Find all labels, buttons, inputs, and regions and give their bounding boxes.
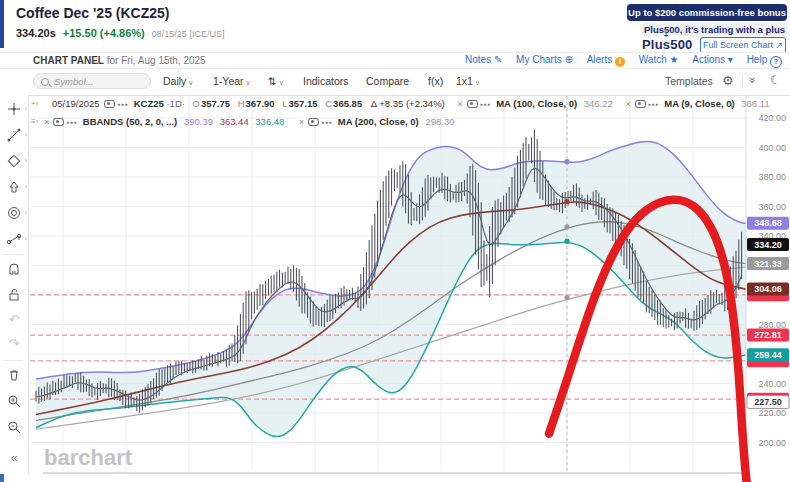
options-icon[interactable]: ●●●	[117, 101, 128, 107]
actions-menu[interactable]: Actions ▾	[692, 54, 733, 65]
chart-toolbar: Symbol... Daily∨ 1-Year∨ ⇅∨ Indicators C…	[0, 68, 790, 96]
magnet-tool[interactable]	[4, 260, 24, 280]
options-icon[interactable]: ●●●	[66, 119, 77, 125]
remove-indicator-icon[interactable]: ×	[44, 117, 49, 127]
close-key: C	[325, 98, 332, 109]
svg-text:200.00: 200.00	[758, 438, 786, 448]
interval-label: ·1D·	[166, 98, 184, 109]
low-key: L	[282, 98, 287, 109]
chevron-down-icon: ∨	[475, 79, 480, 86]
toolbar-divider	[742, 74, 743, 89]
redo-button[interactable]: ↷	[4, 334, 24, 354]
collapse-toolbar-button[interactable]: «	[4, 448, 24, 468]
indicators-button[interactable]: Indicators	[303, 75, 349, 87]
remove-indicator-icon[interactable]: ×	[457, 99, 462, 109]
legend-list-expander-icon[interactable]: ≡›	[31, 117, 38, 126]
crosshair-date: 05/19/2025	[52, 98, 100, 109]
axis-settings-dropdown[interactable]: ⇅∨	[268, 75, 284, 87]
svg-text:272.81: 272.81	[754, 330, 782, 340]
crosshair	[564, 96, 569, 471]
accent-strip	[0, 0, 4, 48]
watermark: barchart	[44, 445, 133, 470]
options-icon[interactable]: ●●●	[480, 101, 491, 107]
svg-text:321.33: 321.33	[754, 259, 782, 269]
options-icon[interactable]: ●●●	[321, 119, 332, 125]
page-title: Coffee Dec '25 (KCZ25)	[16, 5, 169, 21]
indicator-name: BBANDS (50, 2, 0, ...)	[83, 116, 178, 127]
lock-tool[interactable]	[4, 286, 24, 306]
visibility-icon[interactable]	[308, 118, 319, 126]
alerts-link[interactable]: Alerts !	[587, 54, 625, 65]
arrow-tool[interactable]: ›	[4, 178, 24, 198]
compare-button[interactable]: Compare	[366, 75, 409, 87]
indicator-name: MA (9, Close, 0)	[664, 98, 734, 109]
collapse-panel-button[interactable]: »	[750, 74, 756, 86]
high-value: 367.90	[246, 98, 275, 109]
bb-lower-value: 336.48	[255, 116, 284, 127]
legend-collapse-icon[interactable]: ∨	[729, 100, 736, 110]
bb-mid-value: 363.44	[220, 116, 249, 127]
gear-icon[interactable]: ⚙	[722, 73, 734, 88]
fibonacci-tool[interactable]: ›	[4, 204, 24, 224]
svg-text:227.50: 227.50	[754, 397, 782, 407]
search-icon	[41, 78, 49, 86]
measure-tool[interactable]: ›	[4, 230, 24, 250]
fx-button[interactable]: f(x)	[428, 75, 443, 87]
notes-link[interactable]: Notes ✎	[465, 54, 502, 65]
grid-layout-dropdown[interactable]: 1x1∨	[456, 75, 480, 87]
close-value: 365.85	[333, 98, 362, 109]
watch-link[interactable]: Watch ★	[639, 54, 679, 65]
undo-button[interactable]: ↶	[4, 310, 24, 330]
bb-upper-value: 390.39	[184, 116, 213, 127]
indicator-name: MA (200, Close, 0)	[338, 116, 419, 127]
toolbar-divider	[3, 360, 23, 361]
help-link[interactable]: Help ?	[747, 54, 782, 65]
svg-text:220.00: 220.00	[758, 408, 786, 418]
period-dropdown[interactable]: Daily∨	[163, 75, 193, 87]
zoom-out-button[interactable]	[4, 418, 24, 438]
indicator-value: 346.22	[584, 98, 613, 109]
legend-row-indicators: ×●●● BBANDS (50, 2, 0, ...) 390.39 363.4…	[44, 116, 454, 127]
plus-icon: +	[664, 32, 668, 39]
remove-indicator-icon[interactable]: ×	[625, 99, 630, 109]
symbol-search-input[interactable]: Symbol...	[33, 73, 151, 89]
quote-date-source: 08/15/25 [ICE/US]	[152, 29, 225, 39]
toolbar-divider	[3, 254, 23, 255]
last-price: 334.20s	[16, 27, 56, 39]
pencil-icon: ✎	[494, 54, 502, 65]
quote-line: 334.20s +15.50 (+4.86%) 08/15/25 [ICE/US…	[16, 27, 224, 39]
visibility-icon[interactable]	[467, 100, 478, 108]
delete-drawings-button[interactable]	[4, 366, 24, 386]
my-charts-link[interactable]: My Charts ⊕	[516, 54, 573, 65]
alert-badge-icon: !	[615, 57, 625, 67]
visibility-icon[interactable]	[104, 100, 115, 108]
visibility-icon[interactable]	[53, 118, 64, 126]
promo-bonus-button[interactable]: Up to $200 commission-free bonus	[627, 4, 787, 21]
dark-mode-toggle[interactable]: ☾	[770, 73, 781, 87]
svg-text:259.44: 259.44	[754, 350, 782, 360]
range-dropdown[interactable]: 1-Year∨	[213, 75, 251, 87]
moon-icon: ☾	[770, 73, 781, 87]
chart-panel-bar: CHART PANEL for Fri, Aug 15th, 2025 Note…	[0, 52, 790, 69]
question-icon: ?	[770, 56, 782, 68]
legend-expander-icon[interactable]: +›	[31, 99, 38, 108]
shapes-tool[interactable]: ›	[4, 152, 24, 172]
panel-date: for Fri, Aug 15th, 2025	[107, 55, 206, 66]
svg-text:304.06: 304.06	[754, 284, 782, 294]
templates-button[interactable]: Templates	[665, 75, 713, 87]
star-icon: ★	[670, 54, 679, 65]
options-icon[interactable]: ●●●	[648, 101, 659, 107]
zoom-in-button[interactable]	[4, 392, 24, 412]
visibility-icon[interactable]	[635, 100, 646, 108]
svg-text:380.00: 380.00	[758, 172, 786, 182]
svg-text:360.00: 360.00	[758, 202, 786, 212]
open-key: O	[193, 98, 200, 109]
remove-indicator-icon[interactable]: ×	[299, 117, 304, 127]
svg-text:420.00: 420.00	[758, 113, 786, 123]
cursor-tool[interactable]: ›	[4, 100, 24, 120]
trendline-tool[interactable]: ›	[4, 126, 24, 146]
chevron-down-icon: ∨	[188, 79, 193, 86]
price-change: +15.50 (+4.86%)	[63, 27, 145, 39]
svg-text:348.68: 348.68	[754, 218, 782, 228]
chart-page: barchart420.00400.00380.00360.00340.0032…	[0, 0, 790, 482]
